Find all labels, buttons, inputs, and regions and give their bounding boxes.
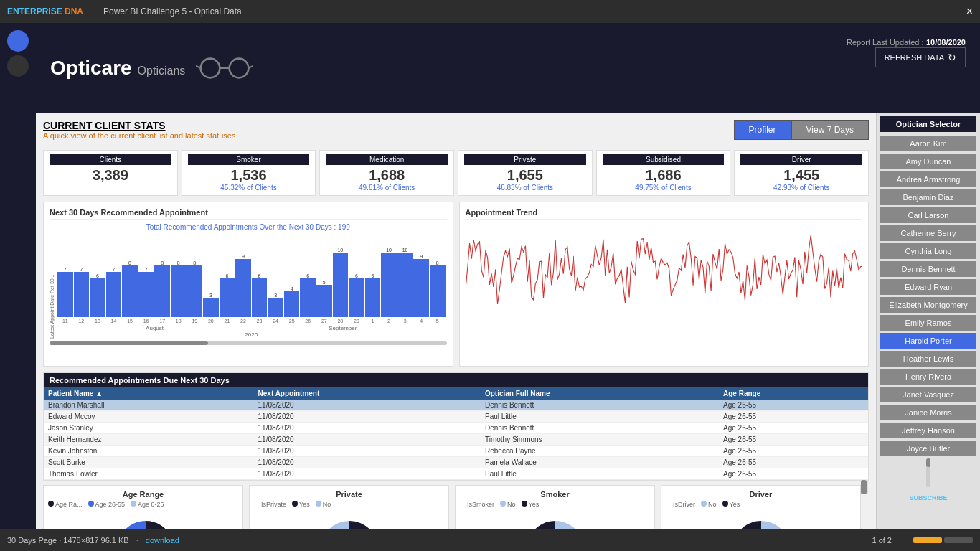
sidebar-item-edward-ryan[interactable]: Edward Ryan: [880, 279, 976, 295]
cell-optician: Paul Little: [481, 468, 719, 480]
cell-age: Age 26-55: [719, 400, 868, 411]
table-row[interactable]: Kevin Johnston11/08/2020Rebecca PayneAge…: [44, 446, 868, 457]
sidebar-item-cynthia-long[interactable]: Cynthia Long: [880, 243, 976, 259]
header-right: Report Last Updated : 10/08/2020 REFRESH…: [847, 37, 966, 67]
sidebar-item-heather-lewis[interactable]: Heather Lewis: [880, 351, 976, 367]
bar-value: 3: [274, 293, 277, 298]
profiler-button[interactable]: Profiler: [734, 120, 791, 140]
cell-optician: Dennis Bennett: [481, 400, 719, 411]
col-age-range: Age Range: [719, 387, 868, 400]
cell-optician: Timothy Simmons: [481, 434, 719, 446]
stats-row: Clients 3,389 Smoker 1,536 45.32% of Cli…: [43, 150, 869, 196]
stat-card-driver: Driver 1,455 42.93% of Clients: [734, 150, 869, 196]
legend-dot: [88, 501, 94, 507]
sidebar-item-harold-porter[interactable]: Harold Porter: [880, 333, 976, 349]
bar-rect: [430, 265, 446, 317]
stat-value-medication: 1,688: [326, 167, 448, 184]
bar-rect: [122, 265, 138, 317]
table-row[interactable]: Jason Stanley11/08/2020Dennis BennettAge…: [44, 423, 868, 434]
cell-optician: Paul Little: [481, 411, 719, 423]
download-link[interactable]: download: [146, 536, 179, 545]
cell-age: Age 26-55: [719, 423, 868, 434]
charts-row: Next 30 Days Recommended Appointment Tot…: [43, 202, 869, 367]
bar-rect: [154, 265, 170, 317]
sidebar-item-janice-morris[interactable]: Janice Morris: [880, 405, 976, 420]
legend-label: IsSmoker: [467, 501, 494, 508]
bar-x-label: 4: [413, 319, 429, 324]
bar-value: 7: [64, 267, 67, 272]
bar-item: 8: [187, 260, 203, 317]
table-row[interactable]: Keith Hernandez11/08/2020Timothy Simmons…: [44, 434, 868, 446]
table-row[interactable]: Thomas Fowler11/08/2020Paul LittleAge 26…: [44, 468, 868, 480]
legend-dot: [500, 501, 506, 507]
bar-value: 10: [337, 248, 343, 253]
stat-value-smoker: 1,536: [188, 167, 310, 184]
sidebar-item-jeffrey-hanson[interactable]: Jeffrey Hanson: [880, 423, 976, 438]
bar-x-label: 29: [349, 319, 364, 324]
sidebar-item-aaron-kim[interactable]: Aaron Kim: [880, 136, 976, 151]
stat-card-subsidised: Subsidised 1,686 49.75% of Clients: [596, 150, 731, 196]
report-updated-label: Report Last Updated :: [847, 38, 924, 47]
sidebar-item-catherine-berry[interactable]: Catherine Berry: [880, 225, 976, 241]
refresh-button[interactable]: REFRESH DATA ↻: [875, 47, 966, 67]
bar-value: 6: [96, 273, 99, 278]
bar-rect: [203, 298, 219, 317]
bar-chart-scrollbar[interactable]: [50, 341, 447, 345]
bar-x-label: 11: [57, 319, 73, 324]
legend-dot: [292, 501, 298, 507]
bar-rect: [268, 298, 283, 317]
bar-value: 6: [306, 273, 309, 278]
sidebar-item-benjamin-diaz[interactable]: Benjamin Diaz: [880, 189, 976, 205]
bar-x-label: 1: [365, 319, 381, 324]
bar-rect: [413, 259, 429, 317]
sidebar-item-henry-rivera[interactable]: Henry Rivera: [880, 369, 976, 385]
bar-x-label: 26: [300, 319, 316, 324]
sidebar-item-joyce-butler[interactable]: Joyce Butler: [880, 441, 976, 456]
bar-value: 10: [386, 248, 392, 253]
cell-optician: Pamela Wallace: [481, 457, 719, 468]
bottom-browser-bar: 30 Days Page · 1478×817 96.1 KB · downlo…: [0, 529, 980, 551]
refresh-label: REFRESH DATA: [885, 53, 944, 62]
stat-label-medication: Medication: [326, 154, 448, 165]
table-row[interactable]: Scott Burke11/08/2020Pamela WallaceAge 2…: [44, 457, 868, 468]
bar-value: 3: [209, 293, 212, 298]
bar-value: 8: [128, 260, 131, 265]
bar-rect: [235, 259, 251, 317]
bar-x-label: 15: [122, 319, 138, 324]
svg-point-1: [230, 58, 249, 77]
browser-bar-left: ENTERPRISE DNA Power BI Challenge 5 - Op…: [7, 6, 242, 17]
bar-x-label: 28: [333, 319, 349, 324]
bar-rect: [138, 272, 154, 317]
bar-rect: [171, 265, 187, 317]
cell-appt: 11/08/2020: [254, 446, 481, 457]
bar-value: 5: [323, 280, 326, 285]
bar-value: 8: [161, 260, 164, 265]
sidebar-item-carl-larson[interactable]: Carl Larson: [880, 207, 976, 223]
x-label-august: August: [146, 325, 164, 331]
table-row[interactable]: Edward Mccoy11/08/2020Paul LittleAge 26-…: [44, 411, 868, 423]
bar-value: 4: [291, 286, 293, 291]
bar-item: 4: [284, 286, 300, 317]
appointment-trend-container: Appointment Trend: [459, 202, 870, 367]
donut-title-1: Private: [254, 490, 444, 499]
sidebar-item-emily-ramos[interactable]: Emily Ramos: [880, 315, 976, 331]
sidebar-item-elizabeth-montgomery[interactable]: Elizabeth Montgomery: [880, 297, 976, 313]
report-container: Opticare Opticians Report Last Updated :…: [36, 23, 980, 551]
donut-legend-2: IsSmokerNoYes: [460, 501, 650, 508]
cell-age: Age 26-55: [719, 457, 868, 468]
view7days-button[interactable]: View 7 Days: [791, 120, 869, 140]
cell-patient: Brandon Marshall: [44, 400, 254, 411]
sidebar-item-janet-vasquez[interactable]: Janet Vasquez: [880, 387, 976, 402]
bar-x-label: 23: [252, 319, 268, 324]
sidebar-item-andrea-armstrong[interactable]: Andrea Armstrong: [880, 171, 976, 187]
stat-percent-driver: 42.93% of Clients: [740, 184, 862, 192]
sidebar-item-dennis-bennett[interactable]: Dennis Bennett: [880, 261, 976, 277]
bar-chart-title: Next 30 Days Recommended Appointment: [50, 208, 447, 220]
legend-dot: [460, 501, 466, 507]
bar-chart-subtitle: Total Recommended Appointments Over the …: [50, 223, 447, 231]
close-icon[interactable]: ×: [966, 5, 973, 18]
sidebar-item-amy-duncan[interactable]: Amy Duncan: [880, 154, 976, 169]
table-row[interactable]: Brandon Marshall11/08/2020Dennis Bennett…: [44, 400, 868, 411]
donut-title-3: Driver: [666, 490, 856, 499]
bar-item: 9: [235, 254, 251, 317]
